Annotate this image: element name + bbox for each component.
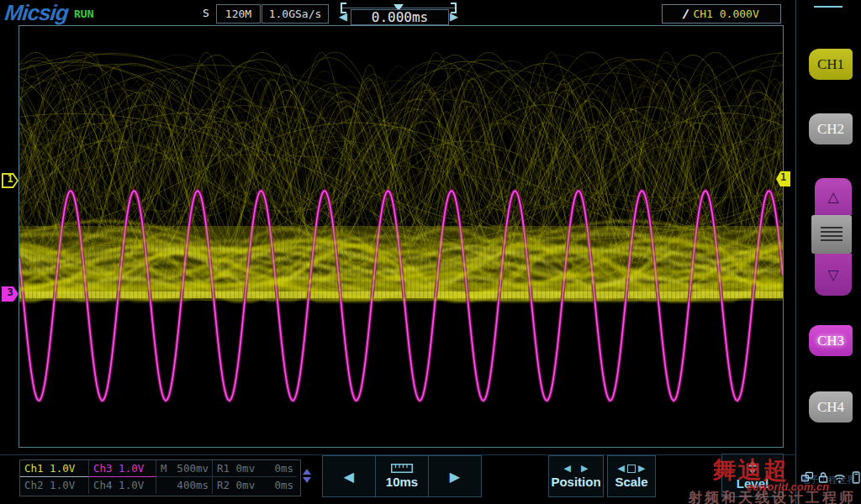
- wifi-icon[interactable]: [832, 470, 847, 484]
- hpos-left-arrow-icon[interactable]: ◀: [339, 9, 347, 24]
- level-arrows-icon: [748, 461, 757, 475]
- bandwidth-readout[interactable]: 120M: [216, 4, 261, 24]
- scale-label: Scale: [615, 475, 647, 489]
- marker-label: 3: [2, 286, 18, 302]
- scroll-up-button[interactable]: △: [815, 178, 852, 215]
- ch2-button[interactable]: CH2: [809, 113, 853, 144]
- marker-label: 1: [776, 171, 790, 186]
- ref1-readout[interactable]: R1 0mv0ms: [213, 460, 297, 477]
- right-arrow-icon: ▶: [450, 469, 460, 485]
- timebase-readout[interactable]: 10ms: [375, 455, 429, 497]
- hpos-right-arrow-icon[interactable]: ▶: [450, 9, 458, 24]
- scale-arrows-icon: ◀▶: [618, 464, 646, 473]
- timebase-decrease-button[interactable]: ◀: [322, 455, 376, 497]
- position-label: Position: [551, 475, 600, 489]
- marker-label: 1: [2, 173, 18, 188]
- ruler-icon: [391, 464, 413, 473]
- ch4-button[interactable]: CH4: [809, 391, 853, 423]
- ref2-readout[interactable]: R2 0mv0ms: [213, 477, 297, 494]
- readout-scroll-arrows[interactable]: [300, 469, 314, 489]
- sample-rate-readout[interactable]: 1.0GSa/s: [261, 4, 329, 24]
- ch2-scale-readout[interactable]: Ch2 1.0V: [20, 477, 89, 494]
- down-triangle-icon: ▽: [827, 266, 838, 284]
- ch3-scale-readout[interactable]: Ch3 1.0V: [89, 460, 156, 477]
- math-time-readout[interactable]: 400ms: [156, 477, 213, 494]
- up-arrow-icon[interactable]: [303, 469, 311, 475]
- menu-handle-button[interactable]: [811, 215, 852, 254]
- waveform-display-area[interactable]: [18, 25, 784, 448]
- brand-logo: Micsig: [3, 0, 69, 26]
- run-status[interactable]: RUN: [74, 8, 93, 20]
- rising-edge-icon: /: [683, 7, 689, 21]
- oscilloscope-screen: Micsig RUN S 120M 1.0GSa/s ◀ 0.000ms ▶ T…: [0, 0, 861, 504]
- timebase-control: ◀ 10ms ▶: [322, 455, 481, 497]
- channel-readout-table[interactable]: Ch1 1.0V Ch3 1.0V M500mv R1 0mv0ms Ch2 1…: [19, 459, 301, 496]
- up-triangle-icon: △: [827, 188, 838, 206]
- position-button[interactable]: ◀▶ Position: [548, 455, 604, 497]
- menu-collapse-indicator[interactable]: [814, 6, 843, 8]
- ch3-button[interactable]: CH3: [809, 325, 853, 356]
- horizontal-position-readout[interactable]: 0.000ms: [351, 9, 449, 25]
- waveform-canvas: [19, 26, 783, 447]
- trigger-settings-readout[interactable]: / CH1 0.000V: [662, 4, 781, 24]
- level-label: Level: [737, 476, 769, 491]
- timebase-increase-button[interactable]: ▶: [428, 455, 482, 497]
- down-arrow-icon[interactable]: [303, 477, 311, 483]
- trigger-source-level: CH1 0.000V: [693, 8, 758, 20]
- lock-icon[interactable]: [816, 470, 830, 484]
- timebase-value: 10ms: [386, 475, 418, 489]
- dual-display-icon[interactable]: [800, 470, 814, 484]
- square-icon: [627, 465, 636, 473]
- left-arrow-icon: ◀: [344, 469, 354, 485]
- trigger-level-marker[interactable]: 1: [776, 171, 790, 186]
- battery-icon[interactable]: [849, 470, 861, 485]
- ch1-button[interactable]: CH1: [809, 49, 853, 80]
- scale-button[interactable]: ◀▶ Scale: [607, 455, 656, 497]
- math-scale-readout[interactable]: M500mv: [156, 460, 213, 477]
- sidebar-divider: [795, 0, 796, 504]
- hamburger-icon: [821, 227, 843, 242]
- scroll-down-button[interactable]: ▽: [815, 254, 852, 296]
- ch1-scale-readout[interactable]: Ch1 1.0V: [20, 460, 89, 477]
- status-icon-bar: [800, 465, 861, 490]
- position-arrows-icon: ◀▶: [564, 464, 589, 473]
- acquisition-mode-label: S: [203, 7, 209, 19]
- ch4-scale-readout[interactable]: Ch4 1.0V: [89, 477, 156, 494]
- ch3-ground-marker[interactable]: 3: [2, 286, 18, 302]
- ch1-ground-marker[interactable]: 1: [2, 173, 18, 188]
- level-button[interactable]: Level: [721, 454, 784, 497]
